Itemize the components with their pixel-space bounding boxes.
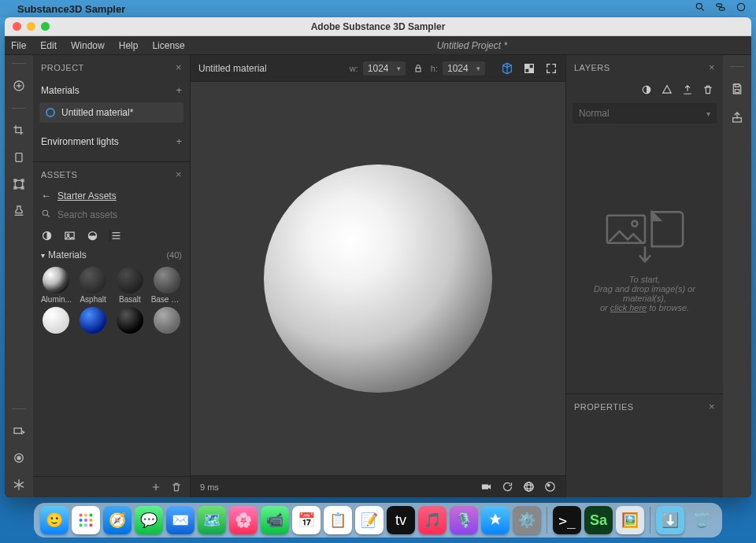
height-select[interactable]: 1024▾: [443, 61, 485, 76]
dock-terminal[interactable]: >_: [553, 506, 581, 534]
window-title: Adobe Substance 3D Sampler: [5, 21, 751, 32]
asset-thumb: [43, 307, 69, 334]
transform-icon[interactable]: [13, 178, 25, 190]
current-material-name: Untitled material: [198, 63, 301, 74]
properties-panel-close[interactable]: ×: [709, 401, 715, 412]
dock-sampler[interactable]: Sa: [584, 506, 613, 534]
lock-aspect-icon[interactable]: [413, 64, 423, 73]
asset-item[interactable]: Basalt: [113, 267, 147, 304]
dock-photos[interactable]: 🌸: [229, 506, 258, 534]
delete-layer-icon[interactable]: [702, 84, 713, 95]
asset-item[interactable]: Asphalt: [76, 267, 110, 304]
camera-icon[interactable]: [480, 481, 492, 493]
3d-viewport[interactable]: [191, 82, 565, 475]
env-lights-section-label[interactable]: Environment lights: [41, 136, 119, 147]
menu-license[interactable]: License: [152, 40, 184, 51]
asset-item[interactable]: Alumin...: [39, 267, 73, 304]
dock-appstore[interactable]: [481, 506, 510, 534]
menu-help[interactable]: Help: [119, 40, 139, 51]
asset-thumb: [43, 267, 69, 294]
dock-music[interactable]: 🎵: [418, 506, 447, 534]
dock-safari[interactable]: 🧭: [103, 506, 132, 534]
macos-dock: 🙂 🧭 💬 ✉️ 🗺️ 🌸 📹 📅 📋 📝 tv 🎵 🎙️ ⚙️ >_ Sa 🖼…: [0, 497, 756, 543]
material-swatch-icon: [46, 108, 55, 117]
assets-search-input[interactable]: [56, 209, 182, 221]
materials-section-label[interactable]: Materials: [41, 85, 80, 96]
share-icon[interactable]: [731, 111, 743, 124]
project-panel-close[interactable]: ×: [176, 61, 182, 73]
window-minimize-button[interactable]: [27, 22, 35, 31]
dock-preview[interactable]: 🖼️: [616, 506, 644, 534]
add-material-button[interactable]: +: [176, 84, 182, 96]
view-3d-icon[interactable]: [501, 62, 513, 75]
filter-env-icon[interactable]: [87, 230, 98, 242]
blend-mode-select[interactable]: Normal ▾: [573, 103, 717, 124]
search-icon[interactable]: [695, 2, 706, 16]
layers-panel-close[interactable]: ×: [709, 61, 715, 73]
dock-settings[interactable]: ⚙️: [513, 506, 541, 534]
material-item-selected[interactable]: Untitled material*: [39, 102, 183, 123]
refresh-icon[interactable]: [502, 481, 513, 493]
assets-breadcrumb[interactable]: Starter Assets: [57, 190, 117, 201]
svg-rect-51: [84, 519, 87, 522]
window-close-button[interactable]: [13, 22, 21, 31]
dock-downloads[interactable]: ⬇️: [656, 506, 684, 534]
width-select[interactable]: 1024▾: [363, 61, 406, 76]
dock-podcasts[interactable]: 🎙️: [450, 506, 478, 534]
stamp-icon[interactable]: [13, 205, 25, 217]
dock-launchpad[interactable]: [72, 506, 100, 534]
assets-category-count: (40): [166, 250, 182, 260]
menu-file[interactable]: File: [11, 40, 26, 51]
assets-back-icon[interactable]: ←: [41, 190, 51, 201]
save-icon[interactable]: [731, 83, 743, 95]
dock-messages[interactable]: 💬: [135, 506, 163, 534]
dock-facetime[interactable]: 📹: [261, 506, 289, 534]
add-icon[interactable]: [13, 79, 25, 92]
browse-link[interactable]: click here: [610, 303, 647, 312]
export-layer-icon[interactable]: [682, 84, 693, 95]
dock-reminders[interactable]: 📋: [324, 506, 352, 534]
asset-item[interactable]: Base M...: [150, 267, 183, 304]
import-asset-button[interactable]: [150, 482, 161, 493]
send-to-icon[interactable]: [13, 425, 25, 438]
svg-rect-45: [735, 90, 739, 93]
asset-item[interactable]: [150, 307, 183, 335]
cloud-icon[interactable]: [13, 452, 25, 464]
delete-asset-button[interactable]: [171, 482, 182, 493]
warp-icon[interactable]: [13, 151, 25, 164]
dock-maps[interactable]: 🗺️: [198, 506, 226, 534]
menu-edit[interactable]: Edit: [40, 40, 57, 51]
dock-trash[interactable]: 🗑️: [687, 506, 716, 534]
dock-mail[interactable]: ✉️: [166, 506, 195, 534]
globe-grid-icon[interactable]: [523, 481, 535, 493]
sphere-preview-icon[interactable]: [544, 481, 556, 493]
list-view-icon[interactable]: [109, 230, 182, 242]
add-adjust-layer-icon[interactable]: [662, 84, 673, 95]
menu-window[interactable]: Window: [71, 40, 105, 51]
snowflake-icon[interactable]: [13, 478, 25, 491]
dock-tv[interactable]: tv: [387, 506, 415, 534]
asset-item[interactable]: [113, 307, 147, 335]
add-fill-layer-icon[interactable]: [641, 84, 652, 95]
svg-point-0: [696, 3, 702, 9]
fullscreen-icon[interactable]: [545, 62, 558, 75]
filter-material-icon[interactable]: [41, 230, 53, 242]
crop-icon[interactable]: [13, 124, 25, 137]
dock-finder[interactable]: 🙂: [40, 506, 69, 534]
dock-notes[interactable]: 📝: [355, 506, 384, 534]
layers-drop-zone[interactable]: To start, Drag and drop image(s) or mate…: [566, 127, 723, 393]
chevron-down-icon: ▾: [397, 65, 401, 72]
asset-item[interactable]: [39, 307, 73, 335]
siri-icon[interactable]: [736, 2, 747, 16]
assets-category-row[interactable]: ▾ Materials (40): [33, 246, 190, 264]
svg-rect-2: [717, 4, 722, 6]
dock-calendar[interactable]: 📅: [292, 506, 321, 534]
asset-item[interactable]: [76, 307, 110, 335]
left-tool-rail: [5, 55, 33, 497]
add-env-light-button[interactable]: +: [176, 135, 182, 147]
assets-panel-close[interactable]: ×: [176, 168, 182, 180]
view-2d-icon[interactable]: [523, 62, 536, 75]
window-zoom-button[interactable]: [41, 22, 50, 31]
filter-image-icon[interactable]: [64, 230, 76, 242]
control-center-icon[interactable]: [715, 2, 726, 16]
